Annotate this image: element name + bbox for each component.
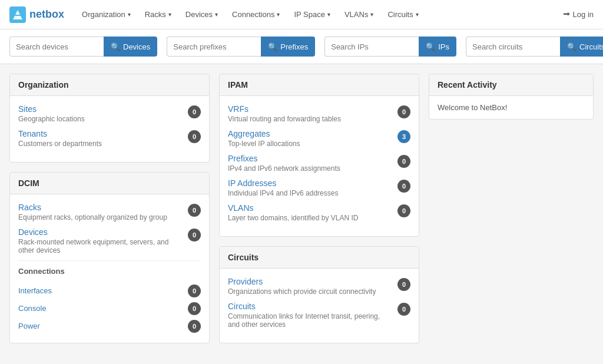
nav-circuits[interactable]: Circuits ▾: [382, 6, 424, 22]
vlans-link[interactable]: VLANs: [228, 203, 254, 213]
circuits-header: Circuits: [220, 247, 419, 269]
connections-section: Connections Interfaces 0 Console 0 Power…: [18, 267, 201, 335]
chevron-down-icon: ▾: [128, 11, 131, 18]
providers-link[interactable]: Providers: [228, 277, 263, 286]
tenants-desc: Customers or departments: [18, 140, 183, 148]
vrfs-desc: Virtual routing and forwarding tables: [228, 115, 393, 123]
connections-title: Connections: [18, 267, 201, 276]
vlans-count: 0: [397, 204, 410, 217]
ipaddresses-count: 0: [397, 180, 410, 193]
sites-desc: Geographic locations: [18, 115, 183, 123]
recent-activity-body: Welcome to NetBox!: [429, 96, 593, 119]
netbox-logo-icon: [9, 6, 26, 23]
list-item: IP Addresses Individual IPv4 and IPv6 ad…: [228, 178, 410, 197]
brand-logo[interactable]: netbox: [9, 6, 64, 23]
organization-header: Organization: [10, 74, 209, 96]
list-item: Power 0: [18, 317, 201, 335]
racks-link[interactable]: Racks: [18, 203, 41, 212]
login-icon: ⮕: [563, 10, 571, 19]
search-icon: 🔍: [426, 42, 435, 51]
search-ips-button[interactable]: 🔍 IPs: [419, 37, 456, 57]
providers-count: 0: [397, 278, 410, 291]
vrfs-count: 0: [397, 105, 410, 118]
search-devices-button[interactable]: 🔍 Devices: [104, 37, 157, 57]
devices-link[interactable]: Devices: [18, 227, 48, 237]
sites-link[interactable]: Sites: [18, 104, 37, 114]
welcome-message: Welcome to NetBox!: [438, 103, 585, 112]
circuits-desc: Communication links for Internet transit…: [228, 312, 393, 329]
organization-body: Sites Geographic locations 0 Tenants Cus…: [10, 96, 209, 162]
ipaddresses-link[interactable]: IP Addresses: [228, 178, 276, 188]
right-column: Recent Activity Welcome to NetBox!: [429, 74, 594, 120]
vlans-desc: Layer two domains, identified by VLAN ID: [228, 214, 393, 222]
nav-devices[interactable]: Devices ▾: [180, 6, 224, 22]
nav-vlans[interactable]: VLANs ▾: [339, 6, 379, 22]
aggregates-desc: Top-level IP allocations: [228, 140, 393, 148]
racks-count: 0: [188, 204, 201, 217]
console-link[interactable]: Console: [18, 304, 47, 313]
nav-racks[interactable]: Racks ▾: [139, 6, 177, 22]
list-item: Devices Rack-mounted network equipment, …: [18, 227, 201, 254]
recent-activity-card: Recent Activity Welcome to NetBox!: [429, 74, 594, 120]
ipam-header: IPAM: [220, 74, 419, 96]
nav-ipspace[interactable]: IP Space ▾: [288, 6, 336, 22]
nav-organization[interactable]: Organization ▾: [76, 6, 137, 22]
circuits-body: Providers Organizations which provide ci…: [220, 269, 419, 343]
search-prefixes-input[interactable]: [167, 37, 261, 57]
search-circuits-button[interactable]: 🔍 Circuits: [560, 37, 603, 57]
svg-rect-2: [15, 15, 21, 16]
list-item: Providers Organizations which provide ci…: [228, 277, 410, 296]
dcim-body: Racks Equipment racks, optionally organi…: [10, 194, 209, 343]
dcim-header: DCIM: [10, 173, 209, 194]
search-prefixes-group: 🔍 Prefixes: [167, 37, 315, 57]
chevron-down-icon: ▾: [277, 11, 280, 18]
list-item: Circuits Communication links for Interne…: [228, 302, 410, 329]
nav-connections[interactable]: Connections ▾: [226, 6, 286, 22]
search-ips-group: 🔍 IPs: [324, 37, 456, 57]
ipaddresses-desc: Individual IPv4 and IPv6 addresses: [228, 189, 393, 197]
ipam-body: VRFs Virtual routing and forwarding tabl…: [220, 96, 419, 236]
search-icon: 🔍: [111, 42, 120, 51]
power-link[interactable]: Power: [18, 322, 40, 330]
console-count: 0: [188, 302, 201, 315]
interfaces-count: 0: [188, 284, 201, 297]
search-prefixes-button[interactable]: 🔍 Prefixes: [261, 37, 315, 57]
list-item: VLANs Layer two domains, identified by V…: [228, 203, 410, 222]
ipam-card: IPAM VRFs Virtual routing and forwarding…: [219, 74, 419, 237]
search-ips-input[interactable]: [324, 37, 419, 57]
chevron-down-icon: ▾: [416, 11, 419, 18]
tenants-count: 0: [188, 130, 201, 143]
circuits-link[interactable]: Circuits: [228, 302, 256, 311]
brand-name: netbox: [29, 8, 64, 21]
search-bar: 🔍 Devices 🔍 Prefixes 🔍 IPs 🔍 Circuits: [0, 29, 603, 64]
nav-items: Organization ▾ Racks ▾ Devices ▾ Connect…: [76, 6, 563, 22]
left-column: Organization Sites Geographic locations …: [9, 74, 210, 343]
list-item: Interfaces 0: [18, 282, 201, 299]
aggregates-count: 3: [397, 130, 410, 143]
search-devices-group: 🔍 Devices: [9, 37, 157, 57]
login-button[interactable]: ⮕ Log in: [563, 10, 594, 19]
chevron-down-icon: ▾: [370, 11, 373, 18]
search-devices-input[interactable]: [9, 37, 104, 57]
providers-desc: Organizations which provide circuit conn…: [228, 287, 393, 296]
list-item: Console 0: [18, 299, 201, 317]
recent-activity-header: Recent Activity: [429, 74, 593, 96]
vrfs-link[interactable]: VRFs: [228, 104, 249, 114]
devices-desc: Rack-mounted network equipment, servers,…: [18, 238, 183, 254]
chevron-down-icon: ▾: [215, 11, 218, 18]
search-circuits-input[interactable]: [466, 37, 560, 57]
search-icon: 🔍: [567, 42, 577, 51]
aggregates-link[interactable]: Aggregates: [228, 129, 270, 138]
circuits-count: 0: [397, 303, 410, 316]
list-item: Racks Equipment racks, optionally organi…: [18, 203, 201, 221]
chevron-down-icon: ▾: [327, 11, 330, 18]
list-item: Aggregates Top-level IP allocations 3: [228, 129, 410, 148]
search-icon: 🔍: [268, 42, 277, 51]
prefixes-link[interactable]: Prefixes: [228, 154, 258, 163]
tenants-link[interactable]: Tenants: [18, 129, 47, 138]
list-item: Prefixes IPv4 and IPv6 network assignmen…: [228, 154, 410, 173]
dcim-card: DCIM Racks Equipment racks, optionally o…: [9, 172, 210, 343]
power-count: 0: [188, 320, 201, 333]
organization-card: Organization Sites Geographic locations …: [9, 74, 210, 163]
interfaces-link[interactable]: Interfaces: [18, 286, 52, 295]
